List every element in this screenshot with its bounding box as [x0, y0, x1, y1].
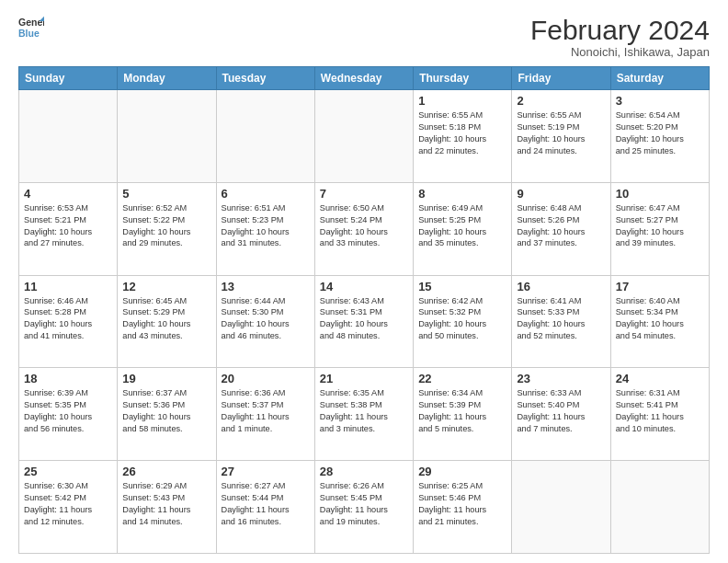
day-info: Sunrise: 6:54 AM Sunset: 5:20 PM Dayligh… [616, 109, 704, 157]
table-row: 25Sunrise: 6:30 AM Sunset: 5:42 PM Dayli… [19, 461, 118, 554]
day-number: 17 [616, 280, 704, 293]
day-number: 6 [222, 187, 310, 201]
calendar-week-2: 4Sunrise: 6:53 AM Sunset: 5:21 PM Daylig… [19, 182, 710, 275]
day-info: Sunrise: 6:29 AM Sunset: 5:43 PM Dayligh… [122, 480, 210, 528]
calendar-table: Sunday Monday Tuesday Wednesday Thursday… [18, 66, 710, 554]
table-row: 29Sunrise: 6:25 AM Sunset: 5:46 PM Dayli… [414, 461, 512, 554]
calendar-week-4: 18Sunrise: 6:39 AM Sunset: 5:35 PM Dayli… [19, 368, 710, 461]
calendar-header-row: Sunday Monday Tuesday Wednesday Thursday… [19, 67, 710, 90]
svg-text:Blue: Blue [18, 28, 40, 39]
day-info: Sunrise: 6:25 AM Sunset: 5:46 PM Dayligh… [418, 480, 506, 528]
table-row [512, 461, 610, 554]
day-info: Sunrise: 6:33 AM Sunset: 5:40 PM Dayligh… [517, 387, 605, 435]
title-section: February 2024 Nonoichi, Ishikawa, Japan [530, 15, 710, 59]
table-row [216, 90, 314, 183]
day-info: Sunrise: 6:50 AM Sunset: 5:24 PM Dayligh… [320, 202, 408, 250]
table-row: 19Sunrise: 6:37 AM Sunset: 5:36 PM Dayli… [118, 368, 216, 461]
header-wednesday: Wednesday [314, 67, 413, 90]
calendar-page: General Blue February 2024 Nonoichi, Ish… [0, 0, 728, 563]
day-info: Sunrise: 6:44 AM Sunset: 5:30 PM Dayligh… [222, 295, 310, 343]
calendar-week-1: 1Sunrise: 6:55 AM Sunset: 5:18 PM Daylig… [19, 90, 710, 183]
day-info: Sunrise: 6:43 AM Sunset: 5:31 PM Dayligh… [320, 295, 408, 343]
header-friday: Friday [512, 67, 610, 90]
day-info: Sunrise: 6:55 AM Sunset: 5:19 PM Dayligh… [517, 109, 605, 157]
table-row: 2Sunrise: 6:55 AM Sunset: 5:19 PM Daylig… [512, 90, 610, 183]
day-number: 26 [122, 465, 210, 478]
table-row: 7Sunrise: 6:50 AM Sunset: 5:24 PM Daylig… [314, 182, 413, 275]
day-info: Sunrise: 6:36 AM Sunset: 5:37 PM Dayligh… [222, 387, 310, 435]
day-number: 22 [418, 372, 506, 385]
table-row: 8Sunrise: 6:49 AM Sunset: 5:25 PM Daylig… [414, 182, 512, 275]
top-section: General Blue February 2024 Nonoichi, Ish… [18, 15, 710, 59]
header-sunday: Sunday [19, 67, 118, 90]
day-info: Sunrise: 6:47 AM Sunset: 5:27 PM Dayligh… [616, 202, 704, 250]
day-info: Sunrise: 6:46 AM Sunset: 5:28 PM Dayligh… [24, 295, 112, 343]
day-number: 4 [24, 187, 112, 201]
day-number: 9 [517, 187, 605, 201]
table-row: 9Sunrise: 6:48 AM Sunset: 5:26 PM Daylig… [512, 182, 610, 275]
table-row: 13Sunrise: 6:44 AM Sunset: 5:30 PM Dayli… [216, 275, 314, 368]
table-row: 12Sunrise: 6:45 AM Sunset: 5:29 PM Dayli… [118, 275, 216, 368]
header-thursday: Thursday [414, 67, 512, 90]
day-info: Sunrise: 6:34 AM Sunset: 5:39 PM Dayligh… [418, 387, 506, 435]
day-number: 10 [616, 187, 704, 201]
day-info: Sunrise: 6:51 AM Sunset: 5:23 PM Dayligh… [222, 202, 310, 250]
table-row: 10Sunrise: 6:47 AM Sunset: 5:27 PM Dayli… [610, 182, 709, 275]
day-number: 14 [320, 280, 408, 293]
table-row: 5Sunrise: 6:52 AM Sunset: 5:22 PM Daylig… [118, 182, 216, 275]
calendar-week-5: 25Sunrise: 6:30 AM Sunset: 5:42 PM Dayli… [19, 461, 710, 554]
day-number: 29 [418, 465, 506, 478]
table-row: 16Sunrise: 6:41 AM Sunset: 5:33 PM Dayli… [512, 275, 610, 368]
day-number: 25 [24, 465, 112, 478]
table-row: 3Sunrise: 6:54 AM Sunset: 5:20 PM Daylig… [610, 90, 709, 183]
day-info: Sunrise: 6:55 AM Sunset: 5:18 PM Dayligh… [418, 109, 506, 157]
day-number: 3 [616, 94, 704, 108]
table-row: 17Sunrise: 6:40 AM Sunset: 5:34 PM Dayli… [610, 275, 709, 368]
day-info: Sunrise: 6:37 AM Sunset: 5:36 PM Dayligh… [122, 387, 210, 435]
table-row: 18Sunrise: 6:39 AM Sunset: 5:35 PM Dayli… [19, 368, 118, 461]
day-info: Sunrise: 6:52 AM Sunset: 5:22 PM Dayligh… [122, 202, 210, 250]
day-number: 12 [122, 280, 210, 293]
header-saturday: Saturday [610, 67, 709, 90]
day-info: Sunrise: 6:49 AM Sunset: 5:25 PM Dayligh… [418, 202, 506, 250]
day-number: 15 [418, 280, 506, 293]
svg-text:General: General [18, 17, 44, 28]
table-row [19, 90, 118, 183]
day-info: Sunrise: 6:53 AM Sunset: 5:21 PM Dayligh… [24, 202, 112, 250]
table-row [314, 90, 413, 183]
day-number: 20 [222, 372, 310, 385]
day-info: Sunrise: 6:35 AM Sunset: 5:38 PM Dayligh… [320, 387, 408, 435]
day-number: 18 [24, 372, 112, 385]
day-number: 11 [24, 280, 112, 293]
logo: General Blue [18, 15, 44, 40]
day-number: 16 [517, 280, 605, 293]
day-number: 21 [320, 372, 408, 385]
day-number: 7 [320, 187, 408, 201]
day-number: 24 [616, 372, 704, 385]
table-row: 6Sunrise: 6:51 AM Sunset: 5:23 PM Daylig… [216, 182, 314, 275]
day-info: Sunrise: 6:39 AM Sunset: 5:35 PM Dayligh… [24, 387, 112, 435]
table-row: 20Sunrise: 6:36 AM Sunset: 5:37 PM Dayli… [216, 368, 314, 461]
table-row: 4Sunrise: 6:53 AM Sunset: 5:21 PM Daylig… [19, 182, 118, 275]
day-number: 8 [418, 187, 506, 201]
day-info: Sunrise: 6:48 AM Sunset: 5:26 PM Dayligh… [517, 202, 605, 250]
day-number: 19 [122, 372, 210, 385]
table-row: 21Sunrise: 6:35 AM Sunset: 5:38 PM Dayli… [314, 368, 413, 461]
day-info: Sunrise: 6:27 AM Sunset: 5:44 PM Dayligh… [222, 480, 310, 528]
table-row: 14Sunrise: 6:43 AM Sunset: 5:31 PM Dayli… [314, 275, 413, 368]
month-year-title: February 2024 [530, 15, 710, 45]
location-label: Nonoichi, Ishikawa, Japan [530, 45, 710, 59]
table-row [610, 461, 709, 554]
day-info: Sunrise: 6:26 AM Sunset: 5:45 PM Dayligh… [320, 480, 408, 528]
header-monday: Monday [118, 67, 216, 90]
table-row: 26Sunrise: 6:29 AM Sunset: 5:43 PM Dayli… [118, 461, 216, 554]
table-row: 22Sunrise: 6:34 AM Sunset: 5:39 PM Dayli… [414, 368, 512, 461]
table-row: 23Sunrise: 6:33 AM Sunset: 5:40 PM Dayli… [512, 368, 610, 461]
day-number: 27 [222, 465, 310, 478]
day-info: Sunrise: 6:42 AM Sunset: 5:32 PM Dayligh… [418, 295, 506, 343]
calendar-week-3: 11Sunrise: 6:46 AM Sunset: 5:28 PM Dayli… [19, 275, 710, 368]
day-number: 5 [122, 187, 210, 201]
day-number: 2 [517, 94, 605, 108]
table-row: 15Sunrise: 6:42 AM Sunset: 5:32 PM Dayli… [414, 275, 512, 368]
table-row: 28Sunrise: 6:26 AM Sunset: 5:45 PM Dayli… [314, 461, 413, 554]
